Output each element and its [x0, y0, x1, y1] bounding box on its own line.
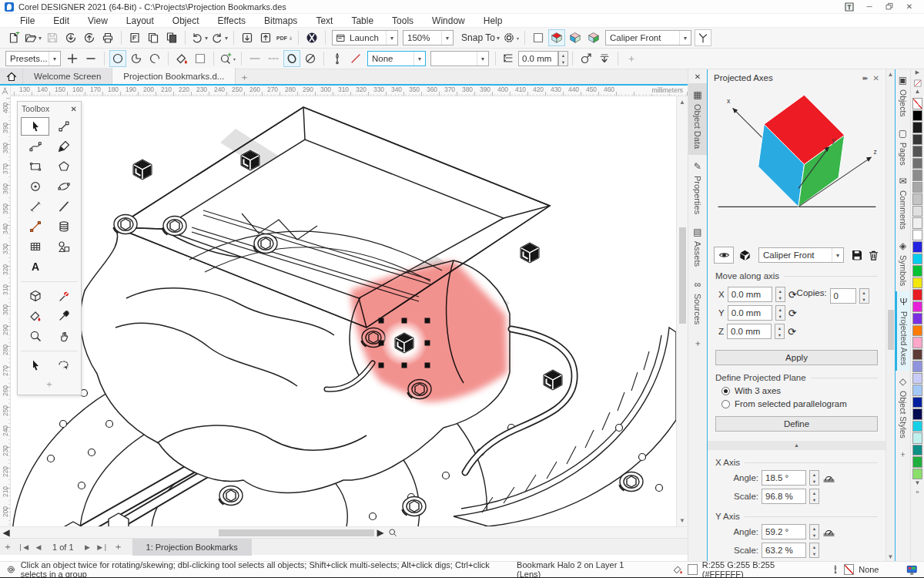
reset-z-icon[interactable]: ⟳: [788, 326, 796, 338]
undo-button[interactable]: ▾: [190, 29, 209, 46]
options-gear-button[interactable]: ▾: [502, 29, 520, 46]
canvas-vertical-scrollbar[interactable]: ▲ ▼: [676, 96, 688, 526]
projected-shapes-tool-icon[interactable]: [21, 287, 49, 305]
radio-from-parallelogram[interactable]: From selected parallelogram: [721, 399, 886, 408]
pick-tool-icon[interactable]: [21, 117, 49, 136]
add-docker-button[interactable]: ＋: [688, 331, 707, 355]
color-swatch[interactable]: [912, 265, 922, 277]
color-swatch[interactable]: [912, 301, 922, 313]
publish-pdf-button[interactable]: PDF⇩: [276, 29, 293, 46]
apply-speed-button[interactable]: [596, 50, 613, 67]
color-swatch[interactable]: [912, 313, 922, 324]
docker-close-icon[interactable]: ✕: [873, 74, 879, 82]
menu-text[interactable]: Text: [306, 15, 342, 27]
straight-line-tool-icon[interactable]: [49, 197, 78, 216]
dock-tab-pages[interactable]: ▢Pages: [896, 123, 910, 171]
rectangle-tool-icon[interactable]: [21, 157, 49, 176]
new-tab-button[interactable]: ＋: [236, 71, 253, 84]
bezier-tool-icon[interactable]: [21, 137, 49, 156]
move-x-field[interactable]: 0.0 mm: [728, 287, 772, 302]
add-docker-button-2[interactable]: ＋: [896, 444, 910, 465]
docker-scroll-thumb[interactable]: [888, 310, 894, 350]
zoom-level-select[interactable]: 150%▾: [403, 30, 454, 45]
color-swatch[interactable]: [912, 408, 922, 420]
outline-width-spinner[interactable]: ▲▼: [558, 51, 568, 66]
shape-tool-icon[interactable]: [49, 117, 78, 136]
vertical-scroll-thumb[interactable]: [679, 227, 686, 324]
menu-help[interactable]: Help: [474, 15, 512, 27]
color-swatch[interactable]: [912, 230, 922, 241]
selection-handle[interactable]: [402, 363, 407, 368]
import-button[interactable]: [62, 29, 79, 46]
projection-front-button[interactable]: [567, 29, 584, 46]
color-swatch[interactable]: [912, 254, 922, 265]
bookmark-cube[interactable]: [521, 243, 539, 263]
delete-bookmark-icon[interactable]: [868, 249, 879, 261]
color-swatch[interactable]: [912, 373, 922, 385]
pick-tool-2-icon[interactable]: [21, 356, 49, 375]
horizontal-scroll-thumb[interactable]: [219, 529, 374, 536]
add-page-button-2[interactable]: ＋: [111, 540, 126, 553]
application-launcher-icon[interactable]: [303, 29, 320, 46]
center-ellipse-tool-icon[interactable]: [21, 177, 49, 196]
no-outline-button[interactable]: [302, 50, 319, 67]
palette-scroll-up-icon[interactable]: ▲: [915, 88, 921, 97]
x-angle-spinner[interactable]: ▲▼: [809, 470, 819, 486]
line-style-select[interactable]: None▾: [367, 51, 426, 66]
selection-handle[interactable]: [425, 363, 430, 368]
copies-field[interactable]: 0: [830, 288, 856, 304]
no-projection-button[interactable]: [530, 29, 547, 46]
color-swatch[interactable]: [912, 325, 922, 337]
copy-button[interactable]: [145, 29, 162, 46]
fill-swatch[interactable]: [192, 50, 209, 67]
color-swatch[interactable]: [912, 134, 922, 146]
scroll-down-icon[interactable]: ▼: [677, 515, 688, 526]
welcome-home-icon[interactable]: [0, 68, 23, 84]
scroll-up-icon[interactable]: ▲: [677, 96, 688, 108]
color-swatch[interactable]: [912, 456, 922, 468]
reset-y-icon[interactable]: ⟳: [788, 307, 797, 319]
pen-settings-button[interactable]: [329, 50, 346, 67]
color-swatch[interactable]: [912, 193, 922, 205]
three-point-ellipse-tool-icon[interactable]: [49, 177, 78, 196]
copies-spinner[interactable]: ▲▼: [859, 288, 869, 304]
color-swatch[interactable]: [912, 432, 922, 444]
y-scale-spinner[interactable]: ▲▼: [809, 543, 819, 558]
pie-mode-button[interactable]: [128, 50, 145, 67]
polygon-tool-icon[interactable]: [49, 157, 78, 176]
smart-fill-tool-icon[interactable]: [21, 307, 49, 325]
bookmark-select-docker[interactable]: Caliper Front▾: [758, 247, 844, 263]
dock-tab-objects[interactable]: ▣Objects: [896, 69, 910, 123]
add-preset-button[interactable]: [64, 50, 81, 67]
color-swatch[interactable]: [912, 277, 922, 289]
color-swatch[interactable]: [912, 469, 922, 480]
ruler-origin-icon[interactable]: [0, 86, 11, 96]
tab-projection-bookmarks[interactable]: Projection Bookmarks.d...: [112, 68, 236, 84]
menu-file[interactable]: File: [11, 15, 44, 27]
dock-tab-symbols[interactable]: ◈Symbols: [896, 235, 910, 291]
selection-handle[interactable]: [402, 318, 407, 324]
outline-ellipse-button[interactable]: [283, 50, 300, 67]
dock-tab-projected-axes[interactable]: ΨProjected Axes: [896, 291, 910, 371]
color-swatch[interactable]: [912, 122, 922, 133]
restore-button[interactable]: [879, 1, 899, 13]
show-bookmark-button[interactable]: [714, 247, 734, 264]
color-swatch[interactable]: [912, 158, 922, 170]
dock-tab-object-styles[interactable]: ◇Object Styles: [896, 371, 910, 444]
dock-tab-sources[interactable]: ∞Sources: [688, 273, 707, 331]
new-document-button[interactable]: [5, 29, 22, 46]
menu-window[interactable]: Window: [423, 15, 474, 27]
fill-color-swatch[interactable]: [688, 564, 698, 575]
callout-tool-icon[interactable]: [49, 287, 78, 305]
remove-preset-button[interactable]: [82, 50, 99, 67]
toolbox-customize-button[interactable]: ＋: [21, 376, 78, 391]
next-page-button[interactable]: ▶: [80, 543, 95, 551]
menu-tools[interactable]: Tools: [383, 15, 423, 27]
line-width-select[interactable]: ▾: [430, 51, 489, 66]
scroll-left-icon[interactable]: ◀: [0, 527, 12, 538]
menu-bitmaps[interactable]: Bitmaps: [255, 15, 306, 27]
add-page-button[interactable]: ＋: [0, 540, 15, 553]
protractor-icon[interactable]: [822, 472, 835, 484]
ellipse-mode-button[interactable]: [109, 50, 126, 67]
move-z-spinner[interactable]: ▲▼: [775, 324, 785, 339]
